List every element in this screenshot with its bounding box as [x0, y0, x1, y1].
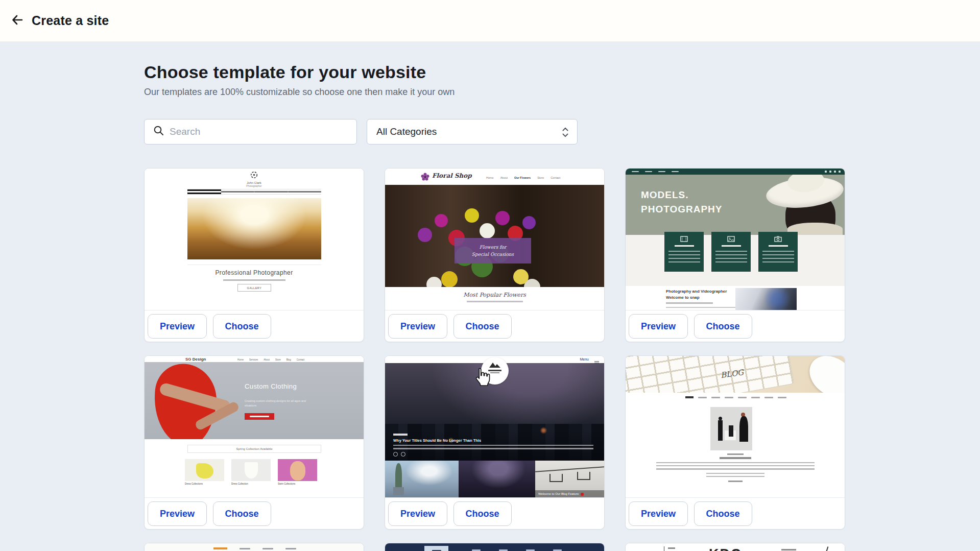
template-card-partial-tabs: [144, 543, 364, 551]
section-title: Most Popular Flowers: [385, 292, 604, 298]
collection-banner: Spring Collection Available: [187, 445, 321, 453]
mini-navbar: Home Services About Store Blog Contact: [237, 358, 304, 361]
preview-button[interactable]: Preview: [148, 314, 207, 339]
mini-navbar: [626, 169, 845, 175]
tulip-flowers: [400, 200, 409, 208]
camera-icon: [774, 236, 782, 242]
template-thumbnail-keyboard-blog[interactable]: BLOG: [626, 356, 845, 498]
choose-button[interactable]: Choose: [213, 314, 271, 339]
social-icons: [825, 171, 841, 173]
golden-field-hero-image: [187, 198, 321, 259]
preview-button[interactable]: Preview: [388, 501, 447, 526]
portrait-image: [735, 288, 797, 310]
preview-button[interactable]: Preview: [148, 501, 207, 526]
card-footer: Preview Choose: [626, 310, 845, 339]
kdc-brand: KDC: [709, 546, 742, 551]
feature-box-photography: [758, 232, 798, 272]
card-footer: Preview Choose: [385, 310, 604, 339]
preview-button[interactable]: Preview: [629, 501, 688, 526]
back-button[interactable]: [7, 11, 28, 31]
section-subheading: Our templates are 100% customizable so c…: [144, 87, 845, 98]
hero-title: Custom Clothing: [245, 382, 297, 390]
choose-button[interactable]: Choose: [694, 314, 752, 339]
feature-box-images: [711, 232, 751, 272]
template-thumbnail-floral-shop[interactable]: Floral Shop Home About Our Flowers Store…: [385, 169, 604, 310]
preview-button[interactable]: Preview: [388, 314, 447, 339]
section-heading: Choose template for your website: [144, 42, 845, 82]
floral-brand: Floral Shop: [432, 172, 472, 179]
card-footer: Preview Choose: [145, 498, 364, 526]
search-icon: [145, 125, 164, 138]
night-sky-image: [459, 461, 535, 498]
chevron-updown-icon: [561, 126, 570, 141]
search-input[interactable]: [170, 126, 343, 137]
choose-button[interactable]: Choose: [694, 501, 752, 526]
sg-brand: SG Design: [185, 357, 206, 362]
flower-logo-icon: [421, 173, 429, 183]
choose-button[interactable]: Choose: [213, 501, 271, 526]
models-hero-image: MODELS. PHOTOGRAPHY: [626, 175, 845, 235]
keyboard-illustration: [626, 356, 794, 393]
post-title: Why Your Titles Should Be No Longer Than…: [393, 438, 481, 443]
active-nav-tab: [424, 546, 448, 551]
mini-navbar: [187, 189, 321, 195]
mini-navbar: [626, 396, 845, 398]
mountain-badge-logo: [481, 357, 509, 385]
carousel-controls: [393, 452, 405, 457]
product-image-swimsuit: [278, 459, 317, 481]
preview-button[interactable]: Preview: [629, 314, 688, 339]
category-selected-value: All Categories: [376, 126, 437, 137]
menu-label: Menu: [580, 357, 589, 361]
template-thumbnail-photographer[interactable]: John Clark Photographer Professional Pho…: [145, 169, 364, 310]
template-thumbnail-models-photography[interactable]: MODELS. PHOTOGRAPHY: [626, 169, 845, 310]
woman-in-hat-illustration: [754, 175, 845, 235]
search-box: [144, 119, 357, 145]
mini-navbar: Home About Our Flowers Store Contact: [486, 176, 560, 179]
product-image-white-dress: [231, 459, 271, 481]
card-footer: Preview Choose: [626, 498, 845, 526]
camera-shutter-icon: [250, 172, 258, 180]
gallery-button: GALLERY: [237, 284, 271, 292]
hero-title: MODELS. PHOTOGRAPHY: [641, 188, 723, 216]
heading-placeholder: [720, 457, 751, 459]
template-grid: John Clark Photographer Professional Pho…: [144, 168, 845, 551]
link-placeholder: [728, 481, 743, 482]
film-icon: [680, 236, 688, 242]
image-icon: [727, 236, 735, 242]
template-card-models-photography: MODELS. PHOTOGRAPHY: [625, 168, 845, 342]
red-marker: [581, 493, 584, 496]
office-photo: [710, 407, 752, 450]
tulip-bouquet-hero-image: Flowers for Special Occasions: [385, 185, 604, 287]
post-excerpt-placeholder: [393, 445, 593, 449]
red-cta-button: [245, 413, 274, 420]
template-thumbnail-navy[interactable]: [385, 543, 604, 551]
product-caption: Swim Collections: [278, 483, 295, 485]
tagline-placeholder: [223, 279, 285, 281]
statue-of-liberty-image: [385, 461, 459, 498]
product-caption: Dress Collection: [231, 483, 248, 485]
template-thumbnail-tabs[interactable]: [145, 543, 364, 551]
product-image-yellow-dress: [185, 459, 224, 481]
category-dropdown[interactable]: All Categories: [367, 119, 578, 145]
mouse-illustration: [802, 356, 845, 393]
template-card-partial-kdc: KDC: [625, 543, 845, 551]
red-dress-hero-image: Custom Clothing Creating custom clothing…: [145, 362, 364, 439]
main-content: Choose template for your website Our tem…: [144, 42, 845, 551]
template-thumbnail-travel-blog[interactable]: Menu Why Your Titles Should Be No Longer…: [385, 356, 604, 498]
choose-button[interactable]: Choose: [453, 314, 512, 339]
product-caption: Dress Collections: [185, 483, 203, 485]
template-card-travel-blog: Menu Why Your Titles Should Be No Longer…: [385, 355, 605, 530]
subtitle-placeholder: [467, 301, 523, 302]
page-title: Create a site: [32, 13, 109, 28]
template-title: Professional Photographer: [145, 269, 364, 276]
template-thumbnail-sg-design[interactable]: SG Design Home Services About Store Blog…: [145, 356, 364, 498]
choose-button[interactable]: Choose: [453, 501, 512, 526]
caption-placeholder: [727, 453, 744, 455]
feature-box-videography: [664, 232, 704, 272]
template-card-keyboard-blog: BLOG Prev: [625, 355, 845, 530]
filter-bar: All Categories: [144, 119, 845, 145]
template-thumbnail-kdc[interactable]: KDC: [626, 543, 845, 551]
card-footer: Preview Choose: [385, 498, 604, 526]
ski-lift-image: Welcome to Our Blog Feature: [535, 461, 604, 498]
template-card-sg-design: SG Design Home Services About Store Blog…: [144, 355, 364, 530]
